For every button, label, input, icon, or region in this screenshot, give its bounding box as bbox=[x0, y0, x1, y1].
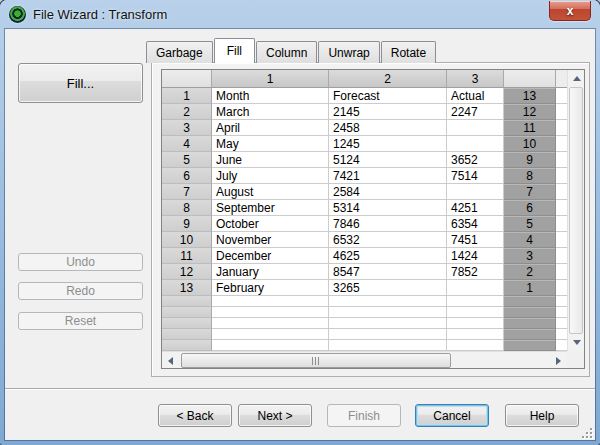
tab-fill[interactable]: Fill bbox=[214, 38, 255, 63]
row-header-cell[interactable]: 7 bbox=[162, 184, 212, 200]
grid-cell[interactable] bbox=[212, 318, 329, 329]
row-header-cell[interactable]: 10 bbox=[162, 232, 212, 248]
row-header-cell[interactable]: 4 bbox=[162, 136, 212, 152]
scroll-down-button[interactable] bbox=[568, 334, 585, 351]
grid-cell[interactable]: 7846 bbox=[329, 216, 447, 232]
row-header-cell[interactable]: 2 bbox=[162, 104, 212, 120]
grid-cell[interactable]: August bbox=[212, 184, 329, 200]
grid-cell[interactable] bbox=[329, 340, 447, 351]
grid-cell[interactable]: 3652 bbox=[447, 152, 504, 168]
row-header-cell[interactable]: 13 bbox=[162, 280, 212, 296]
index-cell[interactable]: 12 bbox=[504, 104, 556, 120]
row-header-cell[interactable]: 3 bbox=[162, 120, 212, 136]
grid-cell[interactable] bbox=[212, 329, 329, 340]
grid-cell[interactable]: 8547 bbox=[329, 264, 447, 280]
horizontal-scroll-thumb[interactable] bbox=[181, 353, 451, 368]
column-header-1[interactable]: 1 bbox=[212, 70, 329, 88]
row-header-cell[interactable] bbox=[162, 307, 212, 318]
index-cell[interactable]: 4 bbox=[504, 232, 556, 248]
index-cell[interactable]: 11 bbox=[504, 120, 556, 136]
row-header-cell[interactable]: 9 bbox=[162, 216, 212, 232]
grid-cell[interactable]: Forecast bbox=[329, 88, 447, 104]
grid-cell[interactable]: December bbox=[212, 248, 329, 264]
column-header-4[interactable] bbox=[504, 70, 556, 88]
next-button[interactable]: Next > bbox=[238, 404, 312, 427]
grid-cell[interactable]: 7421 bbox=[329, 168, 447, 184]
grid-cell[interactable] bbox=[329, 307, 447, 318]
row-header-cell[interactable]: 1 bbox=[162, 88, 212, 104]
index-cell[interactable]: 5 bbox=[504, 216, 556, 232]
grid-cell[interactable] bbox=[447, 120, 504, 136]
index-cell[interactable]: 2 bbox=[504, 264, 556, 280]
grid-cell[interactable] bbox=[447, 184, 504, 200]
grid-cell[interactable] bbox=[212, 307, 329, 318]
row-header-cell[interactable] bbox=[162, 329, 212, 340]
index-cell[interactable] bbox=[504, 307, 556, 318]
grid-cell[interactable]: 4251 bbox=[447, 200, 504, 216]
grid-cell[interactable] bbox=[447, 329, 504, 340]
grid-cell[interactable]: 7514 bbox=[447, 168, 504, 184]
grid-cell[interactable]: 1424 bbox=[447, 248, 504, 264]
title-bar[interactable]: File Wizard : Transform x bbox=[0, 0, 600, 29]
grid-cell[interactable]: September bbox=[212, 200, 329, 216]
vertical-scroll-thumb[interactable] bbox=[569, 87, 583, 334]
grid-cell[interactable]: 2247 bbox=[447, 104, 504, 120]
index-cell[interactable]: 10 bbox=[504, 136, 556, 152]
grid-cell[interactable] bbox=[447, 340, 504, 351]
index-cell[interactable]: 9 bbox=[504, 152, 556, 168]
row-header-cell[interactable]: 12 bbox=[162, 264, 212, 280]
grid-cell[interactable]: April bbox=[212, 120, 329, 136]
grid-cell[interactable]: 7451 bbox=[447, 232, 504, 248]
corner-header-cell[interactable] bbox=[162, 70, 212, 88]
index-cell[interactable]: 3 bbox=[504, 248, 556, 264]
index-cell[interactable] bbox=[504, 318, 556, 329]
scroll-left-button[interactable] bbox=[162, 352, 179, 369]
grid-cell[interactable]: Actual bbox=[447, 88, 504, 104]
horizontal-scrollbar[interactable] bbox=[162, 351, 567, 368]
row-header-cell[interactable]: 5 bbox=[162, 152, 212, 168]
index-cell[interactable]: 7 bbox=[504, 184, 556, 200]
tab-rotate[interactable]: Rotate bbox=[381, 41, 436, 63]
close-button[interactable]: x bbox=[549, 1, 591, 21]
grid-cell[interactable] bbox=[447, 136, 504, 152]
grid-cell[interactable] bbox=[329, 296, 447, 307]
resize-grip[interactable] bbox=[580, 426, 592, 438]
fill-button[interactable]: Fill... bbox=[18, 63, 143, 103]
grid-cell[interactable]: 5124 bbox=[329, 152, 447, 168]
scroll-right-button[interactable] bbox=[550, 352, 567, 369]
tab-column[interactable]: Column bbox=[256, 41, 317, 63]
column-header-2[interactable]: 2 bbox=[329, 70, 447, 88]
grid-cell[interactable] bbox=[447, 296, 504, 307]
scroll-up-button[interactable] bbox=[568, 70, 585, 87]
grid-cell[interactable]: 5314 bbox=[329, 200, 447, 216]
finish-button[interactable]: Finish bbox=[327, 404, 401, 427]
grid-cell[interactable]: May bbox=[212, 136, 329, 152]
column-header-3[interactable]: 3 bbox=[447, 70, 504, 88]
back-button[interactable]: < Back bbox=[158, 404, 232, 427]
grid-cell[interactable]: 6532 bbox=[329, 232, 447, 248]
grid-cell[interactable] bbox=[329, 329, 447, 340]
grid-cell[interactable]: June bbox=[212, 152, 329, 168]
help-button[interactable]: Help bbox=[505, 404, 579, 427]
index-cell[interactable]: 1 bbox=[504, 280, 556, 296]
undo-button[interactable]: Undo bbox=[18, 253, 143, 271]
row-header-cell[interactable]: 11 bbox=[162, 248, 212, 264]
grid-cell[interactable]: 1245 bbox=[329, 136, 447, 152]
grid-cell[interactable]: July bbox=[212, 168, 329, 184]
grid-cell[interactable]: 4625 bbox=[329, 248, 447, 264]
grid-cell[interactable] bbox=[447, 307, 504, 318]
grid-cell[interactable] bbox=[329, 318, 447, 329]
index-cell[interactable]: 13 bbox=[504, 88, 556, 104]
row-header-cell[interactable]: 6 bbox=[162, 168, 212, 184]
row-header-cell[interactable] bbox=[162, 318, 212, 329]
reset-button[interactable]: Reset bbox=[18, 312, 143, 330]
redo-button[interactable]: Redo bbox=[18, 282, 143, 300]
index-cell[interactable] bbox=[504, 340, 556, 351]
index-cell[interactable] bbox=[504, 329, 556, 340]
grid-cell[interactable]: 2145 bbox=[329, 104, 447, 120]
row-header-cell[interactable] bbox=[162, 340, 212, 351]
index-cell[interactable] bbox=[504, 296, 556, 307]
index-cell[interactable]: 8 bbox=[504, 168, 556, 184]
grid-cell[interactable]: October bbox=[212, 216, 329, 232]
vertical-scrollbar[interactable] bbox=[567, 70, 584, 351]
